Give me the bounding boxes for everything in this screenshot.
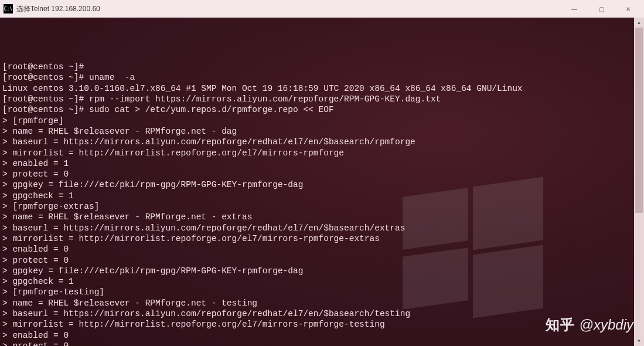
scrollbar-thumb[interactable]: [635, 28, 643, 213]
terminal-line: > baseurl = https://mirrors.aliyun.com/r…: [2, 137, 631, 147]
scroll-up-button[interactable]: ▲: [634, 18, 644, 28]
terminal-line: > baseurl = https://mirrors.aliyun.com/r…: [2, 308, 631, 319]
terminal-line: > protect = 0: [2, 169, 631, 179]
terminal-line: > protect = 0: [2, 341, 631, 346]
terminal-line: > protect = 0: [2, 255, 631, 266]
vertical-scrollbar[interactable]: ▲ ▼: [634, 18, 644, 346]
terminal-line: > gpgkey = file:///etc/pki/rpm-gpg/RPM-G…: [2, 179, 631, 190]
terminal-line: > name = RHEL $releasever - RPMforge.net…: [2, 298, 631, 308]
window-title: 选择Telnet 192.168.200.60: [16, 4, 100, 14]
terminal-line: > [rpmforge-extras]: [2, 201, 631, 212]
terminal-line: [root@centos ~]# uname -a: [2, 72, 631, 83]
app-icon: C:\: [4, 4, 13, 13]
terminal-line: > mirrorlist = http://mirrorlist.repofor…: [2, 148, 631, 158]
terminal-line: > [rpmforge]: [2, 116, 631, 126]
close-button[interactable]: ✕: [615, 0, 642, 18]
terminal-line: > mirrorlist = http://mirrorlist.repofor…: [2, 319, 631, 330]
window-titlebar[interactable]: C:\ 选择Telnet 192.168.200.60 — ▢ ✕: [0, 0, 644, 18]
scrollbar-track[interactable]: [634, 28, 644, 336]
terminal-line: Linux centos 3.10.0-1160.el7.x86_64 #1 S…: [2, 83, 631, 94]
terminal-line: > name = RHEL $releasever - RPMforge.net…: [2, 212, 631, 222]
minimize-button[interactable]: —: [561, 0, 588, 18]
terminal-line: > name = RHEL $releasever - RPMforge.net…: [2, 126, 631, 137]
terminal-line: > enabled = 0: [2, 330, 631, 341]
scroll-down-button[interactable]: ▼: [634, 336, 644, 346]
terminal-container: [root@centos ~]#[root@centos ~]# uname -…: [0, 18, 644, 346]
terminal-output[interactable]: [root@centos ~]#[root@centos ~]# uname -…: [0, 18, 634, 346]
maximize-button[interactable]: ▢: [588, 0, 615, 18]
terminal-line: [root@centos ~]#: [2, 62, 631, 72]
terminal-line: > baseurl = https://mirrors.aliyun.com/r…: [2, 223, 631, 233]
terminal-line: > enabled = 0: [2, 244, 631, 255]
terminal-line: [root@centos ~]# sudo cat > /etc/yum.rep…: [2, 104, 631, 115]
terminal-line: > mirrorlist = http://mirrorlist.repofor…: [2, 233, 631, 244]
terminal-line: > gpgcheck = 1: [2, 191, 631, 201]
terminal-line: [root@centos ~]# rpm --import https://mi…: [2, 94, 631, 104]
terminal-line: > gpgcheck = 1: [2, 276, 631, 287]
terminal-line: > enabled = 1: [2, 158, 631, 169]
terminal-line: > gpgkey = file:///etc/pki/rpm-gpg/RPM-G…: [2, 266, 631, 276]
terminal-line: > [rpmforge-testing]: [2, 287, 631, 297]
